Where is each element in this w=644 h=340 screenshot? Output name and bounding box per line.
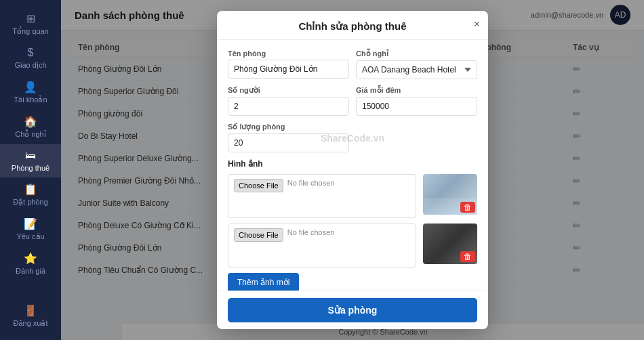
sidebar-item-phong-thue[interactable]: 🛏 Phòng thuê [0, 144, 61, 177]
sidebar-item-label: Chỗ nghỉ [15, 130, 45, 139]
choose-file-btn-2[interactable]: Choose File [234, 228, 283, 242]
grid-icon: ⊞ [26, 12, 35, 25]
sidebar-item-dang-xuat[interactable]: 🚪 Đăng xuất [0, 299, 61, 333]
modal-title: Chỉnh sửa phòng thuê [299, 20, 407, 33]
sidebar-item-label: Tài khoản [14, 95, 47, 104]
logout-icon: 🚪 [24, 304, 37, 317]
form-group-so-luong: Số lượng phòng [228, 123, 349, 152]
modal-footer: Sửa phòng [217, 291, 488, 329]
dollar-icon: $ [28, 47, 34, 59]
so-luong-input[interactable] [228, 133, 349, 152]
so-nguoi-input[interactable] [228, 97, 349, 116]
sidebar-item-label: Tổng quan [12, 27, 48, 36]
sidebar-item-yeu-cau[interactable]: 📝 Yêu cầu [0, 212, 61, 247]
sidebar-item-label: Giao dịch [14, 61, 46, 70]
ten-phong-input[interactable] [228, 60, 349, 79]
gia-moi-dem-label: Giá mỗi đêm [356, 86, 477, 95]
sidebar-item-cho-nghi[interactable]: 🏠 Chỗ nghỉ [0, 110, 61, 144]
modal-header: Chỉnh sửa phòng thuê × [217, 11, 488, 40]
image-preview-1: 🗑 [423, 174, 477, 215]
form-group-so-nguoi: Số người [228, 86, 349, 116]
bed-icon: 🛏 [25, 150, 36, 162]
image-upload-row-2: Choose File No file chosen 🗑 [228, 224, 477, 268]
gia-moi-dem-input[interactable] [356, 97, 477, 116]
note-icon: 📝 [24, 217, 37, 230]
hinh-anh-section-label: Hình ảnh [228, 159, 477, 169]
sidebar-item-danh-gia[interactable]: ⭐ Đánh giá [0, 247, 61, 280]
choose-file-btn-1[interactable]: Choose File [234, 179, 283, 192]
sidebar-item-dat-phong[interactable]: 📋 Đặt phòng [0, 177, 61, 212]
sidebar-footer-label: Đăng xuất [13, 319, 47, 328]
sidebar-item-tai-khoan[interactable]: 👤 Tài khoản [0, 75, 61, 110]
no-file-text-2: No file chosen [287, 228, 335, 236]
form-group-ten-phong: Tên phòng [228, 49, 349, 79]
delete-image-btn-1[interactable]: 🗑 [460, 202, 475, 213]
sidebar-item-label: Phòng thuê [12, 164, 49, 172]
form-group-cho-nghi: Chỗ nghỉ AOA Danang Beach Hotel [356, 49, 477, 79]
sidebar-item-label: Đánh giá [16, 267, 45, 275]
delete-image-btn-2[interactable]: 🗑 [460, 251, 475, 262]
main-content: Danh sách phòng thuê admin@sharecode.vn … [61, 0, 644, 340]
so-luong-label: Số lượng phòng [228, 123, 349, 131]
sidebar: ⊞ Tổng quan $ Giao dịch 👤 Tài khoản 🏠 Ch… [0, 0, 61, 340]
image-upload-row-1: Choose File No file chosen 🗑 [228, 174, 477, 218]
modal-overlay[interactable]: Chỉnh sửa phòng thuê × Tên phòng Chỗ ngh… [61, 0, 644, 340]
no-file-text-1: No file chosen [287, 179, 335, 187]
image-preview-2: 🗑 [423, 224, 477, 264]
form-row-3: Số lượng phòng [228, 123, 477, 152]
file-input-box-1: Choose File No file chosen [228, 174, 416, 218]
star-icon: ⭐ [24, 252, 37, 265]
user-icon: 👤 [24, 81, 37, 93]
sidebar-item-label: Đặt phòng [13, 198, 48, 207]
submit-button[interactable]: Sửa phòng [228, 298, 477, 322]
form-row-1: Tên phòng Chỗ nghỉ AOA Danang Beach Hote… [228, 49, 477, 79]
home-icon: 🏠 [24, 115, 37, 128]
modal-body: Tên phòng Chỗ nghỉ AOA Danang Beach Hote… [217, 40, 488, 291]
sidebar-item-label: Yêu cầu [16, 232, 44, 241]
sidebar-item-giao-dich[interactable]: $ Giao dịch [0, 41, 61, 75]
cho-nghi-select[interactable]: AOA Danang Beach Hotel [356, 60, 477, 79]
file-input-box-2: Choose File No file chosen [228, 224, 416, 268]
form-group-gia: Giá mỗi đêm [356, 86, 477, 116]
form-row-2: Số người Giá mỗi đêm [228, 86, 477, 116]
add-image-button[interactable]: Thêm ảnh mới [228, 273, 299, 291]
ten-phong-label: Tên phòng [228, 49, 349, 58]
modal-close-button[interactable]: × [474, 19, 480, 30]
edit-room-modal: Chỉnh sửa phòng thuê × Tên phòng Chỗ ngh… [217, 11, 488, 329]
so-nguoi-label: Số người [228, 86, 349, 95]
sidebar-item-tong-quan[interactable]: ⊞ Tổng quan [0, 7, 61, 41]
clipboard-icon: 📋 [24, 183, 37, 196]
cho-nghi-label: Chỗ nghỉ [356, 49, 477, 58]
